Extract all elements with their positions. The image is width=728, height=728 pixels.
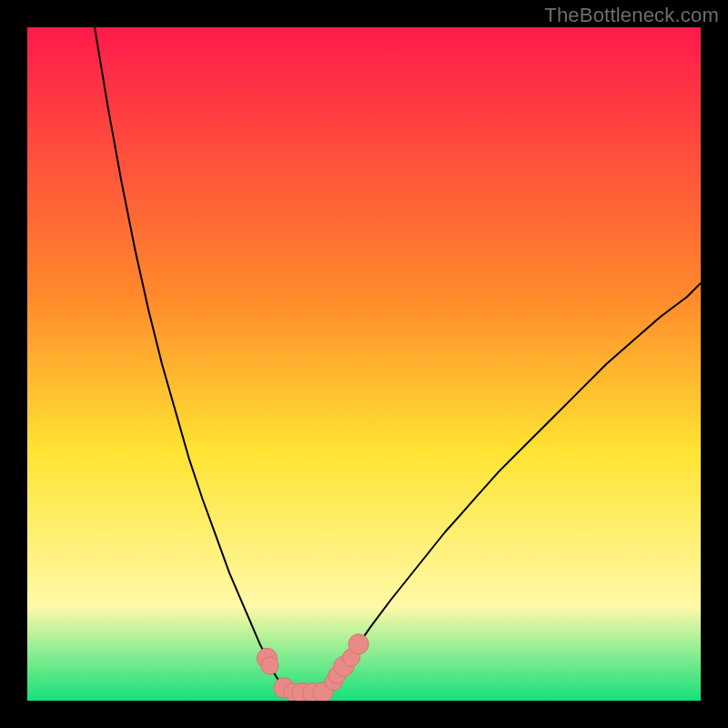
plot-area [27,27,701,701]
chart-frame: TheBottleneck.com [0,0,728,728]
watermark-text: TheBottleneck.com [544,4,719,27]
chart-svg [27,27,701,701]
gradient-background [27,27,701,701]
marker-point [349,634,369,654]
marker-point [261,657,278,674]
